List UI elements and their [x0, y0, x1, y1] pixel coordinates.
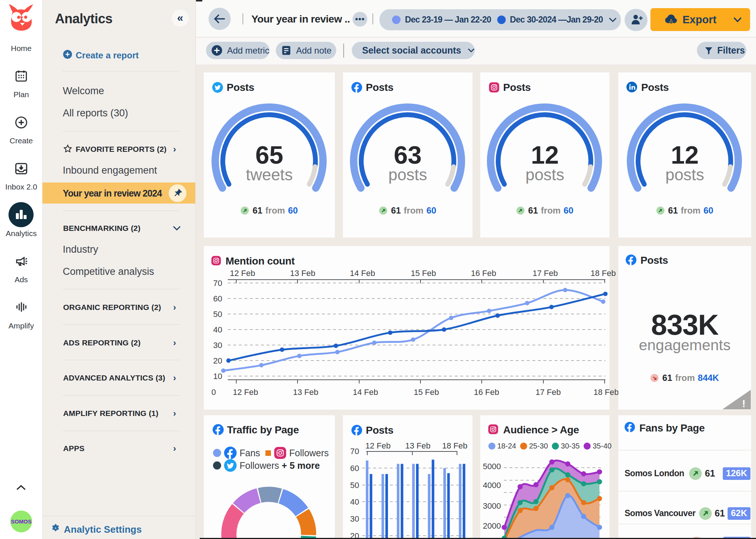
svg-text:!: ! — [742, 398, 745, 409]
svg-text:5000: 5000 — [483, 462, 501, 471]
svg-text:13 Feb: 13 Feb — [405, 441, 431, 450]
svg-text:14 Feb: 14 Feb — [350, 269, 375, 278]
svg-text:3000: 3000 — [483, 501, 501, 511]
svg-text:4000: 4000 — [483, 481, 501, 490]
svg-text:50: 50 — [213, 310, 222, 319]
svg-text:50: 50 — [350, 481, 359, 490]
svg-text:15 Feb: 15 Feb — [411, 269, 436, 278]
svg-text:60: 60 — [350, 464, 359, 473]
svg-text:18 Feb: 18 Feb — [594, 388, 619, 397]
svg-text:70: 70 — [213, 279, 222, 288]
svg-text:18 Feb: 18 Feb — [442, 441, 468, 450]
svg-text:16 Feb: 16 Feb — [471, 269, 496, 278]
svg-text:12 Feb: 12 Feb — [230, 269, 255, 278]
svg-text:10: 10 — [213, 372, 222, 381]
svg-text:40: 40 — [213, 325, 222, 334]
svg-text:30: 30 — [350, 514, 359, 523]
svg-text:60: 60 — [213, 294, 222, 303]
svg-text:14 Feb: 14 Feb — [353, 388, 378, 397]
svg-text:13 Feb: 13 Feb — [293, 388, 319, 397]
svg-text:70: 70 — [350, 447, 359, 456]
svg-text:0: 0 — [212, 388, 216, 397]
svg-text:18 Feb: 18 Feb — [591, 269, 616, 278]
svg-text:13 Feb: 13 Feb — [290, 269, 316, 278]
svg-text:40: 40 — [350, 497, 359, 506]
svg-text:16 Feb: 16 Feb — [474, 388, 499, 397]
svg-text:20: 20 — [213, 356, 222, 365]
svg-text:12 Feb: 12 Feb — [233, 388, 258, 397]
svg-text:12 Feb: 12 Feb — [365, 441, 391, 450]
svg-text:15 Feb: 15 Feb — [414, 388, 439, 397]
svg-text:17 Feb: 17 Feb — [536, 388, 561, 397]
svg-text:30: 30 — [213, 341, 222, 350]
svg-text:17 Feb: 17 Feb — [533, 269, 558, 278]
svg-text:2000: 2000 — [483, 521, 501, 531]
